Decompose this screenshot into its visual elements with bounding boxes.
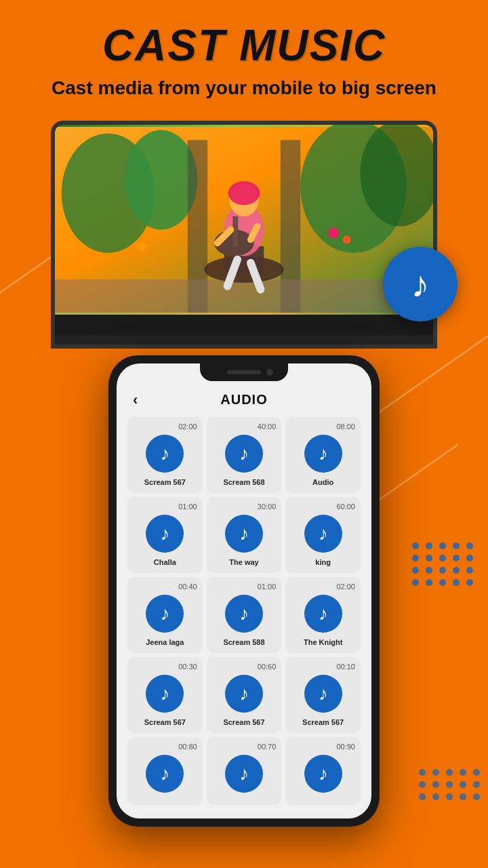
audio-icon-circle: ♪ xyxy=(225,675,263,713)
music-note-icon: ♪ xyxy=(319,684,328,703)
audio-icon-circle: ♪ xyxy=(146,755,184,793)
audio-item[interactable]: 08:00♪Audio xyxy=(285,417,361,493)
audio-item[interactable]: 00:70♪ xyxy=(207,737,282,805)
music-note-icon: ♪ xyxy=(160,524,169,543)
phone-inner: ‹ AUDIO 02:00♪Scream 56740:00♪Scream 568… xyxy=(117,363,371,818)
audio-item-time: 60:00 xyxy=(336,502,358,511)
audio-icon-circle: ♪ xyxy=(225,755,263,793)
audio-screen-title: AUDIO xyxy=(220,392,267,408)
back-button[interactable]: ‹ xyxy=(133,391,138,409)
audio-item[interactable]: 00:30♪Scream 567 xyxy=(127,657,203,733)
audio-icon-circle: ♪ xyxy=(146,675,184,713)
app-subtitle: Cast media from your mobile to big scree… xyxy=(14,76,474,100)
music-note-icon: ♪ xyxy=(239,684,249,703)
audio-item[interactable]: 01:00♪Challa xyxy=(127,497,203,573)
audio-icon-circle: ♪ xyxy=(304,435,342,473)
audio-icon-circle: ♪ xyxy=(304,675,342,713)
audio-icon-circle: ♪ xyxy=(225,435,263,473)
audio-item-name: The Knight xyxy=(304,638,342,646)
music-note-icon: ♪ xyxy=(411,266,430,302)
music-bubble: ♪ xyxy=(383,247,458,321)
tv-screen xyxy=(55,125,433,315)
music-note-icon: ♪ xyxy=(239,604,249,623)
audio-item-time: 02:00 xyxy=(178,422,200,431)
audio-item-name: Challa xyxy=(154,558,176,566)
audio-icon-circle: ♪ xyxy=(304,595,342,633)
audio-item[interactable]: 60:00♪king xyxy=(285,497,361,573)
header: CAST MUSIC Cast media from your mobile t… xyxy=(0,0,488,107)
music-note-icon: ♪ xyxy=(319,524,328,543)
music-note-icon: ♪ xyxy=(319,604,328,623)
phone-section: ‹ AUDIO 02:00♪Scream 56740:00♪Scream 568… xyxy=(0,355,488,840)
audio-icon-circle: ♪ xyxy=(146,515,184,553)
audio-item-name: Scream 567 xyxy=(223,718,264,726)
audio-item-time: 00:30 xyxy=(178,663,200,671)
tv-base xyxy=(55,335,437,344)
music-note-icon: ♪ xyxy=(239,524,249,543)
audio-item[interactable]: 30:00♪The way xyxy=(207,497,282,573)
audio-item[interactable]: 00:40♪Jeena laga xyxy=(127,577,203,653)
audio-item-time: 00:10 xyxy=(336,663,358,671)
audio-item-time: 00:70 xyxy=(258,743,279,751)
music-note-icon: ♪ xyxy=(239,444,249,463)
svg-rect-7 xyxy=(55,279,433,313)
music-note-icon: ♪ xyxy=(160,604,169,623)
audio-icon-circle: ♪ xyxy=(225,515,263,553)
phone-notch xyxy=(200,363,288,381)
audio-item[interactable]: 02:00♪The Knight xyxy=(285,577,361,653)
audio-item-name: Audio xyxy=(312,478,333,486)
music-note-icon: ♪ xyxy=(319,764,328,783)
audio-item-time: 08:00 xyxy=(336,422,358,431)
audio-icon-circle: ♪ xyxy=(146,595,184,633)
audio-icon-circle: ♪ xyxy=(146,435,184,473)
tv-stand xyxy=(55,315,437,335)
audio-screen: ‹ AUDIO 02:00♪Scream 56740:00♪Scream 568… xyxy=(117,363,371,818)
phone-camera xyxy=(266,369,273,376)
audio-item-name: Scream 567 xyxy=(144,478,186,486)
audio-item-name: Scream 568 xyxy=(223,478,264,486)
audio-item-name: Scream 567 xyxy=(144,718,186,726)
phone-speaker xyxy=(227,370,261,374)
audio-item-time: 00:90 xyxy=(336,743,358,751)
audio-item-time: 00:80 xyxy=(178,743,200,751)
audio-item-time: 01:00 xyxy=(178,502,200,511)
tv-section: ♪ xyxy=(34,121,454,349)
audio-header: ‹ AUDIO xyxy=(123,388,365,417)
audio-item[interactable]: 00:10♪Scream 567 xyxy=(285,657,361,733)
audio-item[interactable]: 00:80♪ xyxy=(127,737,203,805)
audio-item-name: The way xyxy=(229,558,258,566)
audio-item-time: 40:00 xyxy=(258,422,279,431)
audio-item[interactable]: 40:00♪Scream 568 xyxy=(207,417,282,493)
audio-item[interactable]: 01:00♪Scream 588 xyxy=(207,577,282,653)
audio-item-name: Jeena laga xyxy=(146,638,184,646)
audio-item-name: king xyxy=(315,558,331,566)
music-note-icon: ♪ xyxy=(160,684,169,703)
music-note-icon: ♪ xyxy=(160,764,169,783)
audio-item[interactable]: 00:60♪Scream 567 xyxy=(207,657,282,733)
phone-frame: ‹ AUDIO 02:00♪Scream 56740:00♪Scream 568… xyxy=(108,355,380,827)
music-note-icon: ♪ xyxy=(160,444,169,463)
audio-item[interactable]: 02:00♪Scream 567 xyxy=(127,417,203,493)
audio-icon-circle: ♪ xyxy=(304,515,342,553)
audio-item-name: Scream 588 xyxy=(223,638,264,646)
svg-point-21 xyxy=(136,242,146,252)
svg-point-20 xyxy=(343,236,351,244)
svg-point-12 xyxy=(228,182,260,205)
audio-item-time: 30:00 xyxy=(258,502,279,511)
audio-item-time: 01:00 xyxy=(258,583,279,591)
app-title: CAST MUSIC xyxy=(14,20,474,71)
audio-item-name: Scream 567 xyxy=(302,718,344,726)
svg-point-2 xyxy=(125,130,198,230)
tv-scene-svg xyxy=(55,125,433,315)
audio-icon-circle: ♪ xyxy=(304,755,342,793)
audio-grid: 02:00♪Scream 56740:00♪Scream 56808:00♪Au… xyxy=(123,417,365,812)
tv-frame xyxy=(51,121,437,349)
audio-item[interactable]: 00:90♪ xyxy=(285,737,361,805)
audio-item-time: 00:60 xyxy=(258,663,279,671)
audio-item-time: 02:00 xyxy=(336,583,358,591)
audio-item-time: 00:40 xyxy=(178,583,200,591)
music-note-icon: ♪ xyxy=(319,444,328,463)
music-note-icon: ♪ xyxy=(239,764,249,783)
audio-icon-circle: ♪ xyxy=(225,595,263,633)
svg-point-19 xyxy=(328,228,339,239)
